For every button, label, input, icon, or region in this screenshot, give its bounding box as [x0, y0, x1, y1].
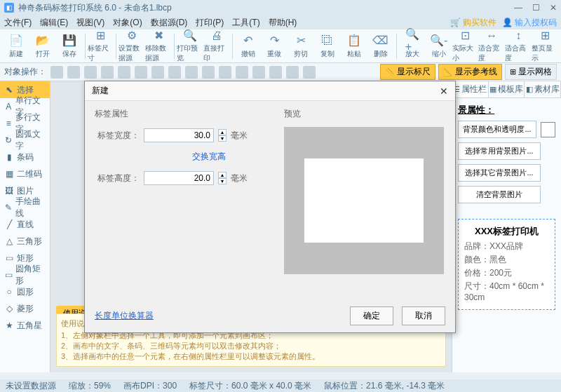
- height-down-icon[interactable]: ▼: [218, 178, 227, 184]
- secondary-toolbar: 对象操作： 📏 显示标尺 📐 显示参考线 ⊞ 显示网格: [0, 63, 561, 81]
- tab-properties[interactable]: ☰ 属性栏: [452, 81, 489, 97]
- width-down-icon[interactable]: ▼: [218, 135, 227, 142]
- hint-line: 2、画布中的文字、条码、三维码等元素均可以双击修改其内容；: [61, 341, 441, 351]
- disabled-tool-icon: [168, 66, 181, 79]
- disabled-tool-icon: [101, 66, 114, 79]
- tool-icon: ▦: [4, 169, 14, 179]
- tool-菱形[interactable]: ◇菱形: [0, 300, 50, 317]
- tool-圆角矩形[interactable]: ▭圆角矩形: [0, 266, 50, 283]
- toolbar-粘贴[interactable]: 📋粘贴: [341, 31, 367, 62]
- tab-assets[interactable]: ◧ 素材库: [525, 81, 561, 97]
- toolbar-适合宽度[interactable]: ↔适合宽度: [478, 31, 505, 62]
- tool-icon: ╱: [4, 219, 14, 229]
- height-up-icon[interactable]: ▲: [218, 172, 227, 178]
- toolbar-缩小[interactable]: 🔍-缩小: [426, 31, 452, 62]
- toolbar-撤销[interactable]: ↶撤销: [235, 31, 262, 62]
- tool-icon: ▮: [4, 152, 14, 162]
- enter-auth-link[interactable]: 👤 输入授权码: [502, 17, 557, 29]
- menu-view[interactable]: 视图(V): [76, 17, 104, 29]
- width-input[interactable]: [144, 128, 214, 142]
- bg-color-button[interactable]: 背景颜色和透明度...: [458, 121, 536, 138]
- tab-templates[interactable]: ▦ 模板库: [489, 81, 525, 97]
- toolbar-保存[interactable]: 💾保存: [56, 31, 83, 62]
- disabled-tool-icon: [135, 66, 147, 79]
- menu-object[interactable]: 对象(O): [113, 17, 142, 29]
- menu-file[interactable]: 文件(F): [4, 17, 32, 29]
- toolbar-设置数据源[interactable]: ⚙设置数据源: [119, 31, 145, 62]
- dialog-close-icon[interactable]: ✕: [440, 86, 448, 97]
- bg-other-image-button[interactable]: 选择其它背景图片...: [458, 164, 541, 182]
- menu-print[interactable]: 打印(P): [196, 17, 224, 29]
- toolbar-打印预览[interactable]: 🔍打印预览: [177, 31, 203, 62]
- tool-icon: A: [4, 102, 13, 111]
- maximize-icon[interactable]: ☐: [532, 3, 540, 13]
- disabled-tool-icon: [50, 66, 63, 79]
- status-label-size: 标签尺寸：60.0 毫米 x 40.0 毫米: [189, 380, 311, 392]
- minimize-icon[interactable]: —: [514, 3, 522, 13]
- tool-icon: 📋: [347, 34, 361, 48]
- tool-五角星[interactable]: ★五角星: [0, 317, 50, 334]
- width-label: 标签宽度：: [95, 130, 140, 142]
- toolbar-重做[interactable]: ↷重做: [262, 31, 288, 62]
- toolbar-复制[interactable]: ⿻复制: [314, 31, 341, 62]
- bg-properties-title: 景属性：: [458, 104, 555, 116]
- cancel-button[interactable]: 取消: [402, 306, 445, 325]
- unit-label: 毫米: [231, 130, 248, 142]
- tool-icon: 🖼: [4, 186, 14, 196]
- tool-三角形[interactable]: △三角形: [0, 233, 50, 250]
- width-up-icon[interactable]: ▲: [218, 129, 227, 135]
- tool-二维码[interactable]: ▦二维码: [0, 165, 50, 182]
- unit-label: 毫米: [231, 173, 248, 184]
- tool-圆形[interactable]: ○圆形: [0, 283, 50, 300]
- tool-icon: ○: [4, 287, 14, 297]
- tool-条码[interactable]: ▮条码: [0, 149, 50, 165]
- disabled-tool-icon: [252, 66, 265, 79]
- toolbar-标签尺寸[interactable]: ⊞标签尺寸: [88, 31, 114, 62]
- show-guides-toggle[interactable]: 📐 显示参考线: [438, 64, 502, 80]
- disabled-tool-icon: [219, 66, 231, 79]
- app-icon: ◧: [4, 3, 14, 13]
- tool-icon: ◇: [4, 304, 14, 313]
- menu-datasource[interactable]: 数据源(D): [151, 17, 188, 29]
- toolbar-剪切[interactable]: ✂剪切: [288, 31, 314, 62]
- menubar: 文件(F) 编辑(E) 视图(V) 对象(O) 数据源(D) 打印(P) 工具(…: [0, 15, 561, 29]
- window-title: 神奇条码标签打印系统 6.0 - 未命名1.lbcp: [18, 2, 172, 14]
- menu-help[interactable]: 帮助(H): [269, 17, 297, 29]
- menu-edit[interactable]: 编辑(E): [40, 17, 68, 29]
- buy-software-link[interactable]: 🛒 购买软件: [450, 17, 496, 29]
- show-grid-toggle[interactable]: ⊞ 显示网格: [505, 64, 557, 80]
- toolbar-实际大小[interactable]: ⊡实际大小: [452, 31, 479, 62]
- tool-icon: ↶: [241, 34, 255, 48]
- info-name: XXX标签打印机: [464, 225, 549, 238]
- close-icon[interactable]: ✕: [550, 3, 557, 13]
- bg-clear-button[interactable]: 清空背景图片: [458, 186, 541, 203]
- tool-手绘曲线[interactable]: ✎手绘曲线: [0, 199, 50, 216]
- show-ruler-toggle[interactable]: 📏 显示标尺: [380, 64, 435, 80]
- hint-line: 3、选择画布中的任意一个元素，在右侧的属性栏里可以调整该元素的属性。: [61, 351, 441, 362]
- bg-color-swatch[interactable]: [541, 122, 555, 137]
- new-label-dialog: 新建 ✕ 标签属性 标签宽度： ▲▼ 毫米 交换宽高 标签高度： ▲▼ 毫米 预…: [84, 81, 456, 333]
- tool-直线[interactable]: ╱直线: [0, 216, 50, 233]
- tool-圆弧文字[interactable]: ↻圆弧文字: [0, 132, 50, 149]
- tool-icon: 🖨: [210, 29, 224, 42]
- toolbar-整页显示[interactable]: ⊞整页显示: [532, 31, 558, 62]
- toolbar-直接打印[interactable]: 🖨直接打印: [203, 31, 230, 62]
- toolbar-放大[interactable]: 🔍+放大: [399, 31, 426, 62]
- tool-icon: ⿻: [320, 34, 334, 48]
- toolbar-打开[interactable]: 📂打开: [29, 31, 56, 62]
- bg-common-image-button[interactable]: 选择常用背景图片...: [458, 142, 541, 160]
- preview-heading: 预览: [284, 108, 445, 120]
- ok-button[interactable]: 确定: [350, 306, 393, 325]
- status-dpi: 画布DPI：300: [123, 380, 177, 392]
- menu-tools[interactable]: 工具(T): [232, 17, 259, 29]
- swap-wh-link[interactable]: 交换宽高: [144, 151, 274, 163]
- tool-icon: ⊡: [458, 29, 472, 42]
- toolbar-移除数据源[interactable]: ✖移除数据源: [145, 31, 172, 62]
- height-input[interactable]: [144, 171, 214, 185]
- toolbar-适合高度[interactable]: ↕适合高度: [505, 31, 532, 62]
- tool-icon: ⊞: [538, 29, 552, 42]
- unit-converter-link[interactable]: 长度单位换算器: [95, 310, 154, 322]
- toolbar-删除[interactable]: ⌫删除: [367, 31, 394, 62]
- tool-icon: 🔍+: [405, 34, 419, 48]
- toolbar-新建[interactable]: 📄新建: [3, 31, 29, 62]
